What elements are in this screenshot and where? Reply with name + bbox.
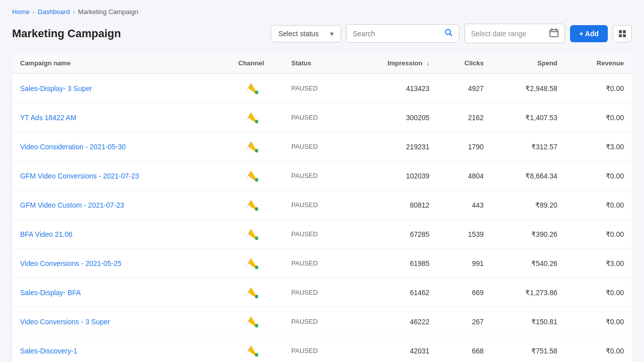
svg-rect-5 <box>550 30 558 37</box>
campaigns-table: Campaign name Channel Status Impression … <box>12 53 632 362</box>
campaign-status: PAUSED <box>283 278 349 307</box>
breadcrumb-home[interactable]: Home <box>12 8 30 16</box>
svg-line-4 <box>450 34 452 36</box>
campaign-clicks: 443 <box>438 191 492 220</box>
google-ads-icon <box>244 285 258 299</box>
svg-marker-20 <box>249 142 257 151</box>
campaign-clicks: 991 <box>438 249 492 278</box>
campaign-revenue: ₹0.00 <box>566 278 632 307</box>
campaign-revenue: ₹0.00 <box>566 336 632 363</box>
google-ads-icon <box>244 314 258 328</box>
campaign-impression: 219231 <box>349 132 438 161</box>
campaign-name-link[interactable]: Video Conversions - 3 Super <box>20 318 110 326</box>
svg-marker-35 <box>249 288 257 297</box>
table-row: Video Conversions - 3 Super PAUSED462222… <box>12 307 632 336</box>
svg-rect-11 <box>619 34 622 37</box>
svg-marker-29 <box>249 229 257 238</box>
campaign-clicks: 2162 <box>438 103 492 132</box>
campaign-revenue: ₹0.00 <box>566 73 632 103</box>
table-row: GFM Video Conversions - 2021-07-23 PAUSE… <box>12 161 632 191</box>
campaign-spend: ₹1,407.53 <box>492 103 565 132</box>
svg-marker-32 <box>249 258 257 267</box>
campaign-impression: 46222 <box>349 307 438 336</box>
google-ads-icon <box>244 110 258 124</box>
campaign-revenue: ₹3.00 <box>566 132 632 161</box>
campaign-spend: ₹540.26 <box>492 249 565 278</box>
svg-marker-41 <box>249 346 257 355</box>
campaign-clicks: 267 <box>438 307 492 336</box>
table-row: Video Consideration - 2021-05-30 PAUSED2… <box>12 132 632 161</box>
campaign-spend: ₹8,664.34 <box>492 161 565 191</box>
table-row: GFM Video Custom - 2021-07-23 PAUSED8081… <box>12 191 632 220</box>
campaign-revenue: ₹0.00 <box>566 191 632 220</box>
campaign-channel <box>219 307 283 336</box>
campaign-name-link[interactable]: YT Ads 18422 AM <box>20 114 76 122</box>
campaign-clicks: 4804 <box>438 161 492 191</box>
table-row: YT Ads 18422 AM PAUSED3002052162₹1,407.5… <box>12 103 632 132</box>
col-header-revenue: Revenue <box>566 53 632 73</box>
campaign-channel <box>219 132 283 161</box>
campaign-revenue: ₹0.00 <box>566 307 632 336</box>
campaign-channel <box>219 220 283 249</box>
campaign-status: PAUSED <box>283 161 349 191</box>
svg-rect-10 <box>623 30 626 33</box>
campaign-name-link[interactable]: GFM Video Custom - 2021-07-23 <box>20 201 124 209</box>
svg-rect-9 <box>619 30 622 33</box>
grid-view-button[interactable] <box>613 25 632 42</box>
campaign-spend: ₹150.81 <box>492 307 565 336</box>
campaign-status: PAUSED <box>283 249 349 278</box>
sort-icon: ↓ <box>426 59 430 67</box>
svg-marker-17 <box>249 113 257 122</box>
campaign-spend: ₹751.58 <box>492 336 565 363</box>
breadcrumb-separator-1: › <box>33 8 35 16</box>
calendar-icon <box>549 28 558 39</box>
table-row: Sales-Discovery-1 PAUSED42031668₹751.58₹… <box>12 336 632 363</box>
col-header-channel: Channel <box>219 53 283 73</box>
svg-rect-12 <box>623 34 626 37</box>
search-box[interactable] <box>346 24 459 43</box>
campaign-clicks: 669 <box>438 278 492 307</box>
campaign-status: PAUSED <box>283 191 349 220</box>
campaign-name-link[interactable]: Sales-Display- BFA <box>20 289 81 297</box>
table-row: BFA Video 21.06 PAUSED672851539₹390.26₹0… <box>12 220 632 249</box>
campaign-impression: 61462 <box>349 278 438 307</box>
campaign-impression: 67285 <box>349 220 438 249</box>
col-header-status: Status <box>283 53 349 73</box>
col-header-clicks: Clicks <box>438 53 492 73</box>
campaign-name-link[interactable]: GFM Video Conversions - 2021-07-23 <box>20 172 139 180</box>
google-ads-icon <box>244 226 258 240</box>
campaign-name-link[interactable]: Sales-Discovery-1 <box>20 347 77 355</box>
campaign-name-link[interactable]: Video Consideration - 2021-05-30 <box>20 143 126 151</box>
breadcrumb-dashboard[interactable]: Dashboard <box>38 8 70 16</box>
campaign-name-link[interactable]: Video Conversions - 2021-05-25 <box>20 259 121 267</box>
breadcrumb: Home › Dashboard › Marketing Campaign <box>12 8 632 16</box>
col-header-impression[interactable]: Impression ↓ <box>349 53 438 73</box>
col-header-spend: Spend <box>492 53 565 73</box>
search-icon <box>445 29 453 38</box>
col-header-name[interactable]: Campaign name <box>12 53 219 73</box>
google-ads-icon <box>244 139 258 153</box>
campaign-impression: 413423 <box>349 73 438 103</box>
campaign-channel <box>219 161 283 191</box>
campaign-revenue: ₹0.00 <box>566 103 632 132</box>
campaign-clicks: 1790 <box>438 132 492 161</box>
date-range-picker[interactable]: Select date range <box>464 24 565 43</box>
svg-marker-38 <box>249 317 257 326</box>
search-input[interactable] <box>353 30 441 38</box>
campaign-impression: 80812 <box>349 191 438 220</box>
campaign-revenue: ₹0.00 <box>566 161 632 191</box>
campaign-channel <box>219 278 283 307</box>
campaign-channel <box>219 191 283 220</box>
campaign-impression: 102039 <box>349 161 438 191</box>
campaign-name-link[interactable]: Sales-Display- 3 Super <box>20 84 92 93</box>
google-ads-icon <box>244 197 258 211</box>
campaign-impression: 61985 <box>349 249 438 278</box>
table-row: Video Conversions - 2021-05-25 PAUSED619… <box>12 249 632 278</box>
campaign-clicks: 4927 <box>438 73 492 103</box>
campaign-impression: 42031 <box>349 336 438 363</box>
select-status-dropdown[interactable]: Select status ▾ <box>271 25 341 42</box>
add-button[interactable]: + Add <box>570 25 608 42</box>
campaign-status: PAUSED <box>283 220 349 249</box>
campaign-status: PAUSED <box>283 307 349 336</box>
campaign-name-link[interactable]: BFA Video 21.06 <box>20 230 72 238</box>
